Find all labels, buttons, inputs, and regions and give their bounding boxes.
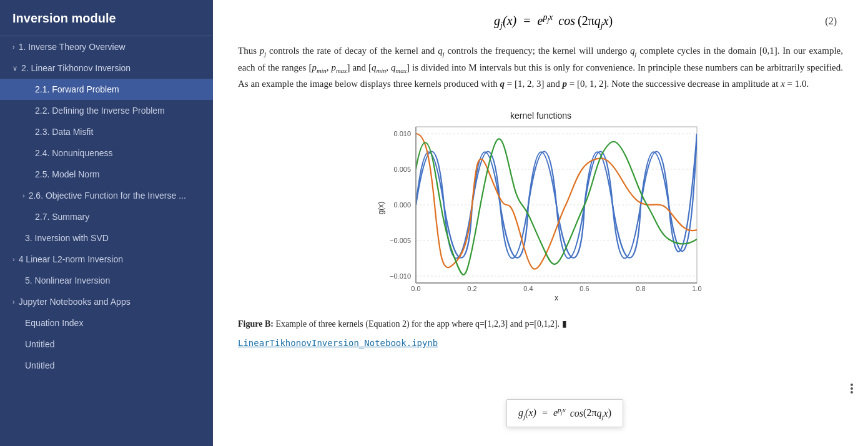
nav-item-data-misfit[interactable]: 2.3. Data Misfit — [0, 121, 213, 142]
main-paragraph: Thus pj controls the rate of decay of th… — [238, 43, 843, 92]
sidebar: Inversion module ›1. Inverse Theory Over… — [0, 0, 213, 446]
equation-2-block: gj(x) = epjx cos(2πqjx) (2) — [238, 12, 843, 31]
nav-item-nonuniqueness[interactable]: 2.4. Nonuniqueness — [0, 142, 213, 164]
nav-label: 2. Linear Tikhonov Inversion — [21, 63, 131, 73]
chevron-icon: › — [22, 192, 25, 199]
nav-item-inversion-svd[interactable]: 3. Inversion with SVD — [0, 227, 213, 249]
nav-item-nonlinear-inversion[interactable]: 5. Nonlinear Inversion — [0, 270, 213, 291]
context-menu-button[interactable] — [848, 381, 856, 396]
nav-item-summary[interactable]: 2.7. Summary — [0, 206, 213, 227]
nav-item-untitled-1[interactable]: Untitled — [0, 334, 213, 355]
nav-item-untitled-2[interactable]: Untitled — [0, 355, 213, 376]
svg-text:0.2: 0.2 — [467, 285, 476, 292]
nav-label: 2.4. Nonuniqueness — [35, 148, 113, 158]
nav-label: 2.1. Forward Problem — [35, 84, 119, 94]
nav-item-inverse-theory[interactable]: ›1. Inverse Theory Overview — [0, 36, 213, 57]
nav-label: 5. Nonlinear Inversion — [25, 275, 110, 285]
svg-text:−0.005: −0.005 — [390, 237, 411, 244]
chevron-icon: ∨ — [12, 64, 17, 72]
chevron-icon: › — [12, 255, 15, 263]
svg-text:0.000: 0.000 — [393, 201, 411, 209]
figure-link-line: LinearTikhonovInversion_Notebook.ipynb — [238, 337, 843, 349]
nav-label: Untitled — [25, 339, 54, 349]
nav-label: 3. Inversion with SVD — [25, 233, 109, 243]
nav-item-equation-index[interactable]: Equation Index — [0, 312, 213, 334]
nav-item-model-norm[interactable]: 2.5. Model Norm — [0, 164, 213, 185]
chevron-icon: › — [12, 43, 15, 51]
svg-text:−0.010: −0.010 — [390, 272, 411, 280]
nav-label: Equation Index — [25, 318, 83, 328]
svg-text:0.4: 0.4 — [523, 285, 533, 292]
svg-text:0.005: 0.005 — [393, 166, 411, 173]
nav-label: 4 Linear L2-norm Inversion — [19, 254, 123, 264]
svg-text:0.8: 0.8 — [636, 285, 645, 292]
nav-list: ›1. Inverse Theory Overview∨2. Linear Ti… — [0, 36, 213, 376]
svg-text:0.6: 0.6 — [579, 285, 589, 292]
nav-item-linear-tikhonov[interactable]: ∨2. Linear Tikhonov Inversion — [0, 57, 213, 79]
nav-item-forward-problem[interactable]: 2.1. Forward Problem — [0, 79, 213, 100]
y-axis-label: g(x) — [377, 202, 385, 215]
nav-label: 2.5. Model Norm — [35, 169, 99, 179]
notebook-link[interactable]: LinearTikhonovInversion_Notebook.ipynb — [238, 338, 438, 348]
nav-label: 2.3. Data Misfit — [35, 127, 93, 137]
sidebar-title: Inversion module — [0, 0, 213, 36]
nav-item-linear-l2[interactable]: ›4 Linear L2-norm Inversion — [0, 249, 213, 270]
x-axis-label: x — [555, 294, 558, 302]
svg-text:0.010: 0.010 — [393, 130, 411, 137]
figure-caption: Figure B: Example of three kernels (Equa… — [238, 317, 843, 331]
nav-label: Jupyter Notebooks and Apps — [19, 297, 131, 307]
equation-2-number: (2) — [825, 16, 837, 27]
chart-title: kernel functions — [510, 111, 571, 121]
nav-label: Untitled — [25, 360, 54, 370]
kernel-chart: kernel functions g(x) x 0.010 0.005 0.00… — [372, 105, 709, 305]
svg-text:0.0: 0.0 — [411, 285, 420, 292]
main-content: gj(x) = epjx cos(2πqjx) (2) Thus pj cont… — [213, 0, 868, 446]
nav-item-defining-inverse[interactable]: 2.2. Defining the Inverse Problem — [0, 100, 213, 121]
nav-item-objective-function[interactable]: ›2.6. Objective Function for the Inverse… — [0, 185, 213, 206]
svg-text:1.0: 1.0 — [692, 285, 701, 292]
nav-item-jupyter-notebooks[interactable]: ›Jupyter Notebooks and Apps — [0, 291, 213, 312]
equation-2-formula: gj(x) = epjx cos(2πqjx) — [282, 12, 825, 31]
chart-container: kernel functions g(x) x 0.010 0.005 0.00… — [238, 105, 843, 305]
chevron-icon: › — [12, 298, 15, 305]
math-tooltip: gj(x) = epjx cos(2πqjx) — [506, 399, 623, 427]
nav-label: 2.6. Objective Function for the Inverse … — [29, 191, 186, 201]
nav-label: 2.2. Defining the Inverse Problem — [35, 106, 165, 116]
nav-label: 1. Inverse Theory Overview — [19, 42, 126, 52]
nav-label: 2.7. Summary — [35, 212, 89, 222]
